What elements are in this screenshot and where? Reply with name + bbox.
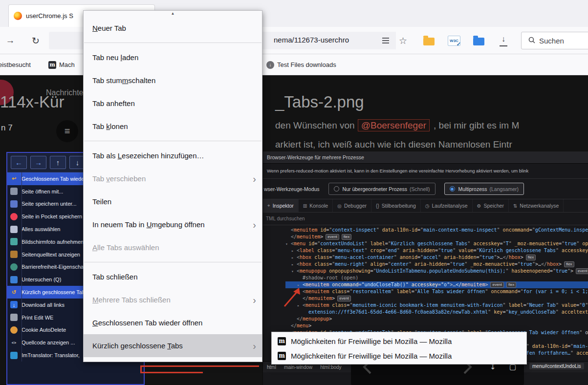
markup-line[interactable]: </menupopup> xyxy=(285,316,588,322)
submenu-item[interactable]: mMöglichkeiten für Freiwillige bei Mozil… xyxy=(272,334,526,348)
markup-line[interactable]: <menuitem id="context-inspect" data-l10n… xyxy=(285,227,588,234)
bookmark-item-meistbesucht[interactable]: eistbesucht xyxy=(0,54,31,75)
markup-code: </menupopup> xyxy=(297,316,332,321)
breadcrumb-selected[interactable]: menu#contextUndoLis xyxy=(529,363,584,369)
user-mention[interactable]: @Boersenfeger xyxy=(358,119,430,131)
blue-folder-icon[interactable] xyxy=(473,38,484,45)
hamburger-menu-button[interactable]: ≡ xyxy=(56,120,78,142)
event-badge[interactable]: event xyxy=(326,234,339,240)
mode-option-selected[interactable]: Multiprozess(Langsamer) xyxy=(444,183,524,195)
markup-line[interactable]: </menu> xyxy=(285,322,588,329)
search-icon xyxy=(528,37,535,45)
markup-line[interactable]: ▸<hbox class="menu-accel-container" anon… xyxy=(285,254,588,261)
reader-mode-icon[interactable] xyxy=(382,38,389,43)
markup-line[interactable]: ▸<hbox class="menu-right" align="center"… xyxy=(285,261,588,268)
menu-item[interactable]: Tab als Lesezeichen hinzufügen… xyxy=(84,144,262,167)
event-badge[interactable]: event xyxy=(490,282,504,288)
markup-line[interactable]: ▾<menu id="contextUndoList" label="Kürzl… xyxy=(285,240,588,247)
markup-line[interactable]: ▸<label class="menu-text" crop="end" ari… xyxy=(285,247,588,254)
menu-item[interactable]: Kürzlich geschlossene Tabs› xyxy=(84,334,262,357)
url-fade xyxy=(352,32,396,49)
markup-line[interactable]: ▸<menuitem class="menuitem-iconic bookma… xyxy=(285,302,588,309)
menu-item[interactable]: Tab schließen xyxy=(84,265,262,288)
flex-badge[interactable]: flex xyxy=(564,261,574,267)
w3c-validator-icon[interactable]: W3C xyxy=(448,36,460,46)
tab-title: userChrome.js S xyxy=(26,12,73,20)
twisty-spacer xyxy=(285,323,291,330)
embedded-menu-label: Quellcode anzeigen ... xyxy=(22,340,75,345)
submenu-item-label: Möglichkeiten für Freiwillige bei Mozill… xyxy=(291,337,452,345)
reload-button[interactable]: ↻ xyxy=(27,27,44,54)
twisty-closed-icon[interactable]: ▸ xyxy=(291,261,297,268)
markup-line[interactable]: ▸<menuitem class="restorealltem" label="… xyxy=(285,288,588,295)
bookmarks-folder-icon[interactable] xyxy=(423,38,435,45)
mode-option[interactable]: Nur übergeordneter Prozess(Schnell) xyxy=(328,183,436,195)
menu-item-label: Tab anheften xyxy=(92,99,135,107)
breadcrumb[interactable]: html:body xyxy=(320,364,341,370)
translate-icon xyxy=(10,352,18,359)
markup-line[interactable]: extension://ff3e76d1-65dd-4e66-8d60-fc0a… xyxy=(285,309,588,316)
url-text: nema/112673-userchro xyxy=(274,36,349,44)
back-button[interactable]: ← xyxy=(11,156,27,169)
devtools-tab-debugger[interactable]: ◎Debugger xyxy=(333,199,371,212)
mode-option-hint: (Schnell) xyxy=(410,186,430,192)
markup-code: <label class="menu-text" crop="end" aria… xyxy=(297,248,588,253)
devtools-tab-konsole[interactable]: ⊞Konsole xyxy=(299,199,333,212)
forward-button[interactable]: → xyxy=(30,156,46,169)
markup-line[interactable]: ▸<menuitem oncommand="undoCloseTab()" ac… xyxy=(285,281,588,288)
scroll-top-button[interactable]: ↑ xyxy=(50,156,66,169)
menu-item-label: Geschlossenen Tab wieder öffnen xyxy=(92,319,202,327)
markup-line[interactable]: </menuitem>eventflex xyxy=(285,234,588,240)
bookmark-item-mach[interactable]: m Mach xyxy=(48,54,75,75)
twisty-open-icon[interactable]: ▾ xyxy=(285,241,291,248)
embedded-menu-label: Print Edit WE xyxy=(22,315,53,321)
markup-code: </menuitem> xyxy=(291,234,323,239)
submenu-item[interactable]: mMöglichkeiten für Freiwillige bei Mozil… xyxy=(272,348,526,363)
context-menu-items: Neuer TabTab neu ladenTab stummschaltenT… xyxy=(84,17,262,357)
submenu-arrow-icon: › xyxy=(253,174,256,184)
event-badge[interactable]: event xyxy=(337,296,351,301)
markup-search-input[interactable]: TML durchsuchen xyxy=(263,213,588,225)
forward-button[interactable]: → xyxy=(2,27,19,54)
tab-icon: ◷ xyxy=(425,203,430,209)
devtools-tab-netzwerkanalyse[interactable]: ⇅Netzwerkanalyse xyxy=(509,199,564,212)
breadcrumb[interactable]: html xyxy=(267,364,276,370)
menu-item[interactable]: In neuem Tab in Umgebung öffnen› xyxy=(84,213,262,236)
menu-scroll-up-icon[interactable]: ▲ xyxy=(171,11,175,16)
downloads-button[interactable]: ↓ xyxy=(499,35,508,46)
flex-badge[interactable]: flex xyxy=(526,255,536,260)
menu-item[interactable]: Tab klonen xyxy=(84,115,262,138)
icon-column-divider xyxy=(22,172,22,362)
menu-item[interactable]: Alle Tabs auswählen xyxy=(84,236,262,259)
search-box[interactable]: Suchen xyxy=(521,32,588,49)
devtools-tab-stilbearbeitung[interactable]: {}Stilbearbeitung xyxy=(371,199,421,212)
menu-item[interactable]: Tab verschieben› xyxy=(84,167,262,190)
menu-item[interactable]: Teilen xyxy=(84,190,262,213)
devtools-tab-speicher[interactable]: ⚙Speicher xyxy=(473,199,509,212)
mozilla-favicon: m xyxy=(278,337,286,345)
menu-item[interactable]: Geschlossenen Tab wieder öffnen xyxy=(84,311,262,334)
markup-code: </menu> xyxy=(291,323,311,328)
menu-item[interactable]: Neuer Tab xyxy=(84,17,262,40)
markup-line[interactable]: ▾<menupopup onpopupshowing="UndoListInTa… xyxy=(285,268,588,275)
devtools-tab-inspektor[interactable]: ⌖Inspektor xyxy=(263,199,299,212)
bookmark-star-button[interactable]: ☆ xyxy=(399,27,407,54)
breadcrumb[interactable]: main-window xyxy=(284,364,312,370)
markup-code: <menuitem class="restorealltem" label="A… xyxy=(303,289,588,294)
twisty-closed-icon[interactable]: ▸ xyxy=(291,248,297,255)
markup-line[interactable]: </menuitem>event xyxy=(285,295,588,302)
menu-item[interactable]: Tab anheften xyxy=(84,92,262,115)
twisty-open-icon[interactable]: ▾ xyxy=(291,268,297,275)
markup-line[interactable]: #shadow-root (open) xyxy=(285,275,588,281)
tab-icon: {} xyxy=(376,203,379,209)
devtools-tab-laufzeitanalyse[interactable]: ◷Laufzeitanalyse xyxy=(421,199,473,212)
flex-badge[interactable]: flex xyxy=(506,282,516,288)
event-badge[interactable]: event xyxy=(576,268,588,274)
menu-item[interactable]: Tab stummschalten xyxy=(84,69,262,92)
menu-item[interactable]: Mehrere Tabs schließen› xyxy=(84,288,262,311)
tab-label: Speicher xyxy=(483,203,503,209)
bookmark-item-test-files[interactable]: ↓ Test Files downloads xyxy=(266,54,336,75)
menu-item[interactable]: Tab neu laden xyxy=(84,46,262,69)
flex-badge[interactable]: flex xyxy=(342,234,351,240)
twisty-closed-icon[interactable]: ▸ xyxy=(291,255,297,261)
